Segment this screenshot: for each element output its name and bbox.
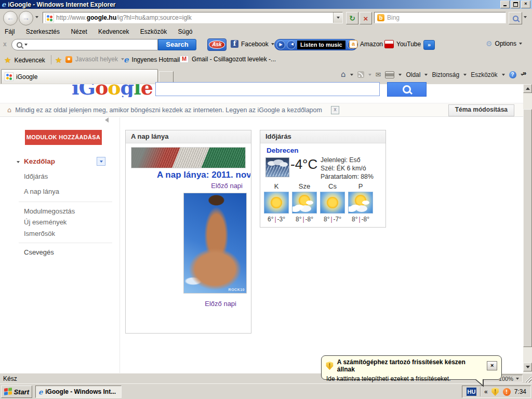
language-indicator[interactable]: HU: [467, 388, 476, 396]
menu-favorites[interactable]: Kedvencek: [94, 26, 134, 37]
balloon-body: Ide kattintva telepítheti ezeket a friss…: [326, 375, 497, 382]
weather-module: Időjárás Debrecen -4°C Jelenlegi: Eső Sz…: [260, 130, 386, 228]
previous-day-link[interactable]: Előző napi: [205, 300, 236, 308]
toolbar-close-icon[interactable]: x: [3, 41, 7, 48]
weather-module-header[interactable]: Időjárás: [260, 130, 385, 143]
home-expand-icon[interactable]: [17, 161, 20, 163]
start-button[interactable]: Start: [1, 385, 32, 398]
change-theme-button[interactable]: Téma módosítása: [448, 104, 514, 116]
girl-photo[interactable]: ROCK10: [183, 193, 247, 294]
balloon-close-button[interactable]: ×: [487, 361, 497, 370]
close-button[interactable]: ×: [521, 1, 530, 8]
home-dropdown-icon[interactable]: [350, 74, 353, 76]
amazon-icon: a: [349, 40, 357, 48]
favorite-hotmail[interactable]: e Ingyenes Hotmail: [124, 55, 180, 64]
play-icon[interactable]: ▶: [276, 41, 285, 49]
resize-grip[interactable]: [525, 376, 531, 382]
system-tray: HU « ! ! 7:34: [462, 385, 531, 398]
youtube-button[interactable]: YouTube: [384, 40, 421, 48]
sidebar-item-home[interactable]: Kezdőlap: [24, 157, 55, 165]
scroll-up-button[interactable]: [523, 84, 532, 93]
command-overflow-icon[interactable]: »: [523, 69, 526, 77]
restore-button[interactable]: [511, 1, 520, 8]
toolbar-search-input[interactable]: [11, 39, 158, 50]
favorite-gmail[interactable]: M Gmail - Csillagozott levelek -...: [180, 56, 276, 63]
sidebar-item-girl[interactable]: A nap lánya: [24, 188, 59, 195]
sidebar-item-share[interactable]: Modulmegosztás: [24, 207, 75, 215]
facebook-button[interactable]: f Facebook: [231, 40, 274, 48]
stop-button[interactable]: ×: [360, 12, 372, 24]
google-search-button[interactable]: [387, 82, 427, 97]
favorites-button[interactable]: ★ Kedvencek: [4, 56, 45, 65]
sidebar-collapse-icon[interactable]: [105, 117, 109, 123]
toolbar-search-button[interactable]: Search: [158, 39, 196, 50]
command-bar: ⌂ ✉ Oldal Biztonság Eszközök ?: [341, 71, 524, 78]
bing-search-box[interactable]: b Bing: [374, 12, 506, 23]
print-dropdown-icon[interactable]: [398, 74, 402, 76]
tab-igoogle[interactable]: iGoogle: [1, 69, 158, 84]
sidebar-item-weather[interactable]: Időjárás: [24, 172, 48, 180]
menu-file[interactable]: Fájl: [0, 26, 19, 37]
printer-icon[interactable]: [385, 71, 394, 78]
mail-icon[interactable]: ✉: [376, 71, 381, 78]
update-notification-balloon[interactable]: ! A számítógéphez tartozó frissítések ké…: [321, 355, 502, 380]
add-modules-button[interactable]: MODULOK HOZZÁADÁSA: [25, 130, 102, 145]
sidebar-item-events[interactable]: Új események: [24, 218, 66, 226]
clock[interactable]: 7:34: [514, 388, 526, 395]
history-dropdown-icon[interactable]: [35, 16, 38, 18]
toolbar-options-button[interactable]: ⚙ Options: [486, 40, 522, 47]
command-security[interactable]: Biztonság: [432, 71, 459, 78]
minimize-button[interactable]: [500, 1, 510, 8]
feed-dropdown-icon[interactable]: [368, 74, 371, 76]
command-tools[interactable]: Eszközök: [471, 71, 497, 78]
menu-help[interactable]: Súgó: [174, 26, 197, 37]
tray-collapse-icon[interactable]: «: [484, 388, 488, 395]
forecast-day: Cs 8°|-7°: [319, 182, 346, 223]
sidebar-item-chat[interactable]: Csevegés: [24, 248, 54, 256]
flag-banner-image[interactable]: [131, 147, 246, 168]
addon-toolbar: x Search Ask f Facebook ▶ Listen to musi…: [0, 37, 532, 52]
previous-day-link[interactable]: Előző napi: [211, 182, 243, 190]
home-icon[interactable]: ⌂: [341, 71, 346, 78]
updates-shield-icon[interactable]: !: [491, 388, 499, 396]
home-menu-button[interactable]: [97, 157, 105, 166]
command-page[interactable]: Oldal: [406, 71, 420, 78]
bing-search-button[interactable]: [509, 12, 522, 24]
feed-icon[interactable]: [357, 71, 364, 78]
menu-edit[interactable]: Szerkesztés: [21, 26, 64, 37]
sidebar-item-friends[interactable]: Ismerősök: [24, 230, 55, 237]
back-button[interactable]: ←: [3, 11, 18, 25]
listen-to-music-widget[interactable]: ▶ Listen to music: [274, 39, 358, 50]
scroll-down-button[interactable]: [523, 363, 532, 371]
address-dropdown-button[interactable]: [333, 12, 342, 23]
add-favorite-icon[interactable]: ★: [55, 56, 62, 65]
suggested-sites-button[interactable]: Javasolt helyek: [65, 56, 124, 63]
girl-module: A nap lánya A nap lánya: 2011. nov Előző…: [125, 130, 251, 334]
title-bar: e iGoogle - Windows Internet Explorer ×: [0, 0, 532, 9]
alert-icon[interactable]: !: [503, 388, 511, 396]
divider: [19, 243, 112, 243]
menu-tools[interactable]: Eszközök: [136, 26, 171, 37]
forward-button[interactable]: →: [19, 11, 33, 25]
girl-headline[interactable]: A nap lánya: 2011. nov: [157, 170, 250, 180]
ask-button[interactable]: Ask: [207, 38, 227, 51]
scrollbar-thumb[interactable]: [523, 109, 532, 347]
toolbar-overflow-button[interactable]: »: [423, 40, 435, 50]
weather-city-link[interactable]: Debrecen: [267, 147, 299, 154]
notice-close-button[interactable]: x: [331, 106, 339, 114]
amazon-button[interactable]: a Amazon: [349, 40, 383, 48]
home-icon: ⌂: [7, 106, 11, 114]
refresh-button[interactable]: ↻: [346, 12, 358, 24]
menu-view[interactable]: Nézet: [66, 26, 91, 37]
help-icon[interactable]: ?: [509, 71, 516, 78]
taskbar-task-igoogle[interactable]: e iGoogle - Windows Int...: [35, 385, 122, 398]
google-search-input[interactable]: [155, 82, 380, 96]
star-icon: ★: [4, 56, 11, 65]
address-bar[interactable]: http://www.google.hu/ig?hl=hu&amp;source…: [43, 12, 343, 23]
sunny-icon: [264, 192, 289, 214]
girl-module-header[interactable]: A nap lánya: [126, 130, 251, 143]
bing-options-dropdown-icon[interactable]: [524, 16, 527, 18]
forecast-day: Sze 8°|-8°: [291, 182, 318, 223]
speaker-icon[interactable]: [287, 41, 296, 49]
vertical-scrollbar[interactable]: [523, 84, 532, 373]
